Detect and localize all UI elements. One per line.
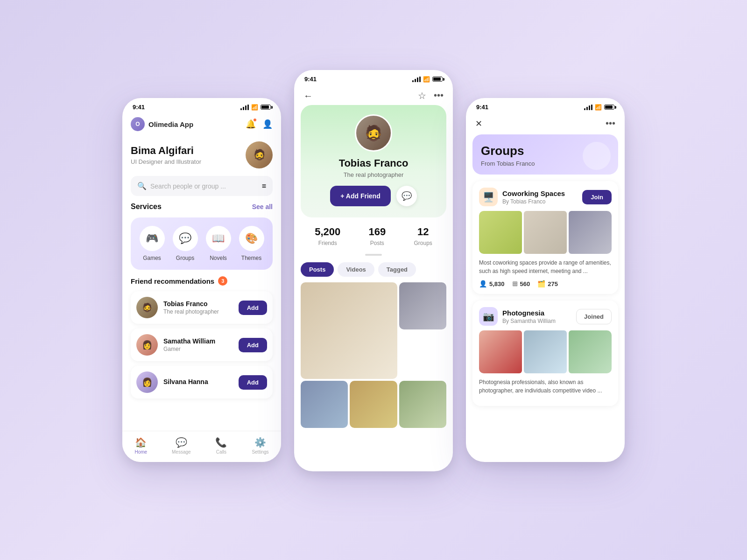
- stat-posts: 169 Posts: [368, 226, 386, 246]
- user-name: Bima Algifari: [131, 145, 201, 157]
- add-silvana-button[interactable]: Add: [239, 375, 267, 390]
- post-thumb-person[interactable]: [399, 282, 446, 329]
- user-info: Bima Algifari UI Designer and Illustrato…: [131, 145, 201, 165]
- friend-card-silvana: 👩 Silvana Hanna Add: [131, 366, 273, 399]
- photognesia-icon: 📷: [479, 307, 498, 326]
- friend-card-samatha: 👩 Samatha William Gamer Add: [131, 329, 273, 361]
- time-left: 9:41: [133, 104, 145, 111]
- samatha-avatar: 👩: [136, 334, 158, 356]
- tab-posts[interactable]: Posts: [301, 262, 334, 277]
- service-games[interactable]: 🎮 Games: [140, 226, 165, 261]
- services-card: 🎮 Games 💬 Groups 📖 Novels 🎨 Themes: [131, 217, 273, 270]
- silvana-name: Silvana Hanna: [163, 378, 233, 385]
- groups-deco: [583, 142, 611, 170]
- status-bar-left: 9:41 📶: [122, 98, 281, 113]
- status-icons-left: 📶: [240, 104, 271, 111]
- photognesia-photos: [479, 330, 612, 373]
- coworking-members: 👤 5,830: [479, 280, 505, 287]
- coworking-photo-1: [479, 211, 522, 254]
- service-themes[interactable]: 🎨 Themes: [239, 226, 264, 261]
- back-button[interactable]: ←: [303, 91, 313, 101]
- bell-icon[interactable]: 🔔: [246, 119, 256, 129]
- profile-background-card: 🧔 Tobias Franco The real photographer + …: [301, 105, 446, 217]
- post-thumb-flower[interactable]: [301, 381, 348, 428]
- service-novels[interactable]: 📖 Novels: [206, 226, 231, 261]
- search-bar[interactable]: 🔍 Search people or group ... ≡: [131, 176, 273, 196]
- tobias-avatar: 🧔: [136, 297, 158, 318]
- coworking-groups: ⊞ 560: [512, 280, 530, 287]
- samatha-info: Samatha William Gamer: [163, 337, 233, 352]
- posts-count: 169: [368, 226, 386, 238]
- photognesia-info: 📷 Photognesia By Samantha William: [479, 307, 556, 326]
- photognesia-header: 📷 Photognesia By Samantha William Joined: [479, 307, 612, 326]
- notification-dot: [253, 118, 257, 122]
- photognesia-photo-2: [524, 330, 567, 373]
- star-button[interactable]: ☆: [418, 90, 426, 101]
- recommendations-header: Friend recommendations 3: [131, 276, 273, 286]
- themes-icon-circle: 🎨: [239, 226, 264, 251]
- battery-icon: [261, 105, 271, 110]
- tab-videos[interactable]: Videos: [338, 262, 374, 277]
- coworking-photos: [479, 211, 612, 254]
- calls-label: Calls: [216, 449, 226, 455]
- coworking-by: By Tobias Franco: [502, 198, 565, 205]
- group-card-coworking: 🖥️ Coworking Spaces By Tobias Franco Joi…: [472, 181, 618, 294]
- tab-bar: Posts Videos Tagged: [294, 258, 453, 280]
- tobias-profile-avatar: 🧔: [355, 114, 392, 152]
- join-coworking-button[interactable]: Join: [582, 190, 612, 204]
- services-header: Services See all: [131, 203, 273, 211]
- joined-photognesia-button[interactable]: Joined: [576, 309, 612, 324]
- battery-icon-right: [604, 105, 614, 110]
- group-card-photognesia: 📷 Photognesia By Samantha William Joined…: [472, 301, 618, 406]
- search-icon: 🔍: [137, 182, 147, 190]
- wifi-icon-right: 📶: [595, 104, 602, 111]
- groups-icon-circle: 💬: [173, 226, 198, 251]
- novels-icon-circle: 📖: [206, 226, 231, 251]
- stat-friends: 5,200 Friends: [315, 226, 340, 246]
- nav-settings[interactable]: ⚙️ Settings: [252, 437, 268, 455]
- right-nav: ✕ •••: [466, 113, 625, 133]
- battery-icon-center: [432, 77, 443, 82]
- message-label: Message: [172, 449, 191, 455]
- post-thumb-gold[interactable]: [350, 381, 397, 428]
- add-friend-button[interactable]: + Add Friend: [330, 186, 390, 206]
- coworking-name: Coworking Spaces: [502, 189, 565, 197]
- service-groups[interactable]: 💬 Groups: [173, 226, 198, 261]
- center-nav-actions: ☆ •••: [418, 90, 444, 101]
- status-icons-right: 📶: [584, 104, 614, 111]
- tab-tagged[interactable]: Tagged: [378, 262, 416, 277]
- tobias-sub: The real photographer: [163, 308, 233, 315]
- groups-label: Groups: [414, 240, 432, 246]
- samatha-name: Samatha William: [163, 337, 233, 345]
- add-tobias-button[interactable]: Add: [239, 301, 267, 315]
- stat-groups: 12 Groups: [414, 226, 432, 246]
- post-thumb-plant[interactable]: [399, 381, 446, 428]
- nav-calls[interactable]: 📞 Calls: [215, 437, 227, 455]
- groups-count: 12: [417, 226, 429, 238]
- status-bar-right: 9:41 📶: [466, 98, 625, 113]
- nav-home[interactable]: 🏠 Home: [134, 437, 147, 455]
- add-samatha-button[interactable]: Add: [239, 338, 267, 352]
- silvana-avatar: 👩: [136, 371, 158, 393]
- home-label: Home: [134, 449, 147, 455]
- coworking-icon: 🖥️: [479, 188, 498, 206]
- filter-icon: ≡: [262, 182, 266, 190]
- posts-grid: [294, 280, 453, 434]
- profile-actions: + Add Friend 💬: [330, 186, 416, 206]
- posts-label: Posts: [370, 240, 384, 246]
- photognesia-photo-1: [479, 330, 522, 373]
- post-thumb-vase[interactable]: [301, 282, 397, 379]
- profile-add-icon[interactable]: 👤: [262, 119, 273, 129]
- see-all-button[interactable]: See all: [252, 203, 273, 210]
- signal-icon-right: [584, 105, 592, 110]
- more-button[interactable]: •••: [434, 90, 444, 101]
- settings-icon: ⚙️: [254, 437, 266, 448]
- nav-message[interactable]: 💬 Message: [172, 437, 191, 455]
- photognesia-desc: Photognesia professionals, also known as…: [479, 378, 612, 395]
- members-icon: 👤: [479, 280, 487, 287]
- message-profile-button[interactable]: 💬: [396, 186, 417, 206]
- tobias-profile-bio: The real photographer: [344, 171, 404, 178]
- close-button[interactable]: ✕: [475, 119, 482, 129]
- scroll-indicator: [294, 250, 453, 258]
- more-button-right[interactable]: •••: [606, 118, 615, 129]
